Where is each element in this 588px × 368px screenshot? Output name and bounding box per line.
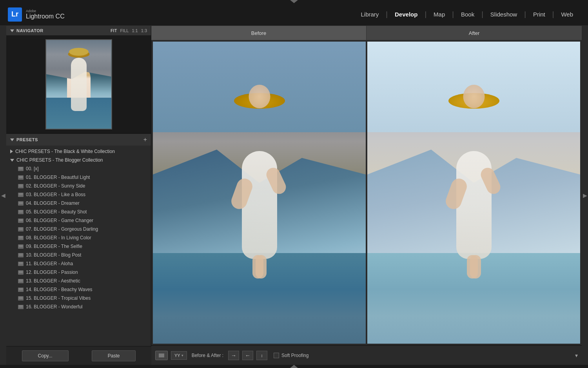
view-mode-single[interactable] [155, 351, 168, 360]
after-photo-panel [367, 42, 580, 344]
nav-web[interactable]: Web [554, 3, 580, 26]
lr-badge: Lr [8, 7, 22, 22]
nav-develop[interactable]: Develop [388, 3, 425, 26]
preset-group-black-white[interactable]: CHIC PRESETS - The Black & White Collect… [6, 147, 151, 156]
svg-rect-0 [159, 353, 164, 357]
left-sidebar-wrapper: Navigator FIT FILL 1:1 1:3 [6, 26, 151, 365]
nav-slideshow[interactable]: Slideshow [483, 3, 524, 26]
preset-item-9[interactable]: 09. BLOGGER - The Selfie [6, 242, 151, 251]
preset-item-6[interactable]: 06. BLOGGER - Game Changer [6, 216, 151, 225]
before-head [249, 85, 270, 108]
bottom-panel-toggle[interactable] [290, 365, 298, 368]
presets-header-left: Presets [10, 137, 38, 142]
images-area [151, 40, 582, 345]
main-content: ◀ Navigator FIT FILL 1:1 1:3 [0, 26, 588, 365]
preset-icon-15 [18, 296, 24, 301]
yy-dropdown-icon: ▾ [181, 353, 183, 357]
zoom-1-3[interactable]: 1:3 [141, 28, 147, 33]
app-name-area: Adobe Lightroom CC [26, 9, 65, 20]
nav-menu: Library | Develop | Map | Book | Slidesh… [354, 3, 580, 26]
left-panel-collapse[interactable]: ◀ [0, 26, 6, 365]
nav-map[interactable]: Map [426, 3, 452, 26]
after-head [463, 85, 485, 108]
preset-label-6: 06. BLOGGER - Game Changer [26, 218, 93, 223]
preset-label-15: 15. BLOGGER - Tropical Vibes [26, 295, 91, 301]
after-woman-figure [435, 93, 513, 259]
after-arm-left [443, 177, 469, 211]
logo-area: Lr Adobe Lightroom CC [8, 7, 65, 22]
adobe-label: Adobe [26, 9, 65, 13]
preset-label-14: 14. BLOGGER - Beachy Waves [26, 287, 93, 292]
preset-icon-11 [18, 262, 24, 266]
preset-label-5: 05. BLOGGER - Beauty Shot [26, 209, 87, 215]
preset-item-4[interactable]: 04. BLOGGER - Dreamer [6, 199, 151, 208]
preset-label-2: 02. BLOGGER - Sunny Side [26, 183, 85, 189]
navigator-header-left: Navigator [10, 28, 44, 33]
preset-label-4: 04. BLOGGER - Dreamer [26, 200, 80, 206]
navigator-expand-icon [10, 29, 14, 32]
before-arm-left [229, 177, 254, 211]
preset-item-2[interactable]: 02. BLOGGER - Sunny Side [6, 182, 151, 190]
preset-label-13: 13. BLOGGER - Aesthetic [26, 278, 80, 284]
toolbar-dropdown-icon: ▾ [575, 352, 578, 359]
preset-item-0[interactable]: 00. [x] [6, 164, 151, 173]
before-leg-right [256, 255, 267, 279]
preset-item-7[interactable]: 07. BLOGGER - Gorgeous Darling [6, 225, 151, 233]
before-photo [153, 42, 366, 344]
preset-icon-14 [18, 288, 24, 292]
preset-item-10[interactable]: 10. BLOGGER - Blog Post [6, 251, 151, 259]
group-collapsed-icon [10, 149, 13, 153]
preset-icon-5 [18, 210, 24, 214]
soft-proofing-area: Soft Proofing [274, 353, 309, 358]
preset-icon-12 [18, 270, 24, 275]
after-tab[interactable]: After [367, 26, 582, 40]
top-panel-toggle[interactable] [290, 0, 298, 3]
nav-library[interactable]: Library [354, 3, 386, 26]
right-panel-collapse[interactable]: ▶ [582, 26, 588, 365]
view-mode-yy[interactable]: YY ▾ [171, 351, 187, 360]
presets-header[interactable]: Presets + [6, 134, 151, 146]
preset-label-7: 07. BLOGGER - Gorgeous Darling [26, 226, 98, 232]
group-expanded-icon [10, 159, 14, 162]
swap-before-after-updown[interactable]: ↕ [256, 351, 267, 360]
preset-item-16[interactable]: 16. BLOGGER - Wonderful [6, 302, 151, 311]
copy-paste-bar: Copy... Paste [6, 346, 151, 365]
preset-item-14[interactable]: 14. BLOGGER - Beachy Waves [6, 285, 151, 294]
navigator-thumbnail [6, 35, 151, 133]
preset-item-8[interactable]: 08. BLOGGER - In Living Color [6, 233, 151, 242]
preset-label-16: 16. BLOGGER - Wonderful [26, 304, 83, 310]
preset-label-10: 10. BLOGGER - Blog Post [26, 252, 81, 258]
paste-button[interactable]: Paste [92, 350, 136, 361]
preset-icon-1 [18, 175, 24, 180]
nav-book[interactable]: Book [454, 3, 481, 26]
swap-before-after-left[interactable]: ← [242, 351, 253, 360]
yy-label: YY [174, 353, 180, 358]
preset-item-5[interactable]: 05. BLOGGER - Beauty Shot [6, 208, 151, 216]
nav-print[interactable]: Print [526, 3, 552, 26]
preset-icon-4 [18, 201, 24, 206]
toolbar-right-dropdown[interactable]: ▾ [575, 352, 578, 359]
preset-group-blogger[interactable]: CHIC PRESETS - The Blogger Collection [6, 156, 151, 164]
presets-list[interactable]: CHIC PRESETS - The Black & White Collect… [6, 146, 151, 346]
center-panel: Before After [151, 26, 582, 365]
zoom-fit[interactable]: FIT [111, 28, 117, 33]
preset-item-1[interactable]: 01. BLOGGER - Beautful Light [6, 173, 151, 182]
presets-add-button[interactable]: + [143, 136, 147, 143]
navigator-controls: FIT FILL 1:1 1:3 [111, 28, 147, 33]
copy-button[interactable]: Copy... [22, 350, 69, 361]
preset-item-12[interactable]: 12. BLOGGER - Passion [6, 268, 151, 277]
navigator-header[interactable]: Navigator FIT FILL 1:1 1:3 [6, 26, 151, 35]
topbar: Lr Adobe Lightroom CC Library | Develop … [0, 3, 588, 26]
before-photo-panel [153, 42, 366, 344]
swap-before-after-right[interactable]: → [228, 351, 239, 360]
preset-item-11[interactable]: 11. BLOGGER - Aloha [6, 259, 151, 268]
soft-proofing-checkbox[interactable] [274, 353, 279, 358]
before-tab[interactable]: Before [151, 26, 367, 40]
preset-item-13[interactable]: 13. BLOGGER - Aesthetic [6, 277, 151, 285]
zoom-fill[interactable]: FILL [120, 28, 129, 33]
preset-item-3[interactable]: 03. BLOGGER - Like a Boss [6, 190, 151, 199]
preset-label-8: 08. BLOGGER - In Living Color [26, 235, 91, 240]
app-name: Lightroom CC [26, 13, 65, 20]
preset-item-15[interactable]: 15. BLOGGER - Tropical Vibes [6, 294, 151, 302]
zoom-1-1[interactable]: 1:1 [132, 28, 138, 33]
